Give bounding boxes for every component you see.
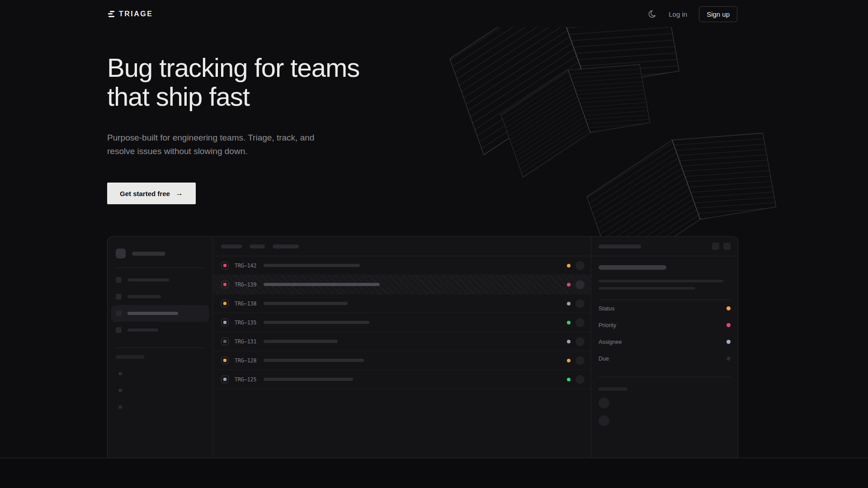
issue-title-skeleton (264, 321, 369, 324)
assignee-avatar (576, 318, 585, 327)
comment-avatar-skeleton (599, 415, 609, 426)
issue-row-meta (567, 280, 585, 289)
issue-title-skeleton (264, 378, 353, 381)
hero-title-line1: Bug tracking for teams (107, 53, 359, 82)
comment-avatar-skeleton (599, 398, 609, 408)
sidebar-section-skeleton (116, 355, 145, 359)
issue-id: TRG–139 (235, 282, 264, 288)
issue-title-skeleton (264, 359, 364, 362)
issue-id: TRG–138 (235, 300, 264, 307)
brand-logo[interactable]: TRIAGE (107, 10, 153, 18)
issue-type-icon (221, 281, 229, 288)
sidebar-item-skeleton (111, 322, 209, 338)
issue-list-header (213, 237, 591, 256)
moon-icon (647, 9, 656, 19)
field-value-dot (726, 323, 731, 327)
issue-title-skeleton (264, 302, 348, 305)
sidebar-item-skeleton (111, 288, 209, 305)
sidebar-item-icon (116, 327, 122, 333)
field-row: Priority (599, 317, 731, 333)
issue-row-meta (567, 356, 585, 365)
app-mockup: TRG–142 TRG–139 TRG–138 (107, 236, 738, 458)
sidebar-dot-skeleton (118, 389, 122, 392)
assignee-avatar (576, 375, 585, 384)
sidebar-item-label-skeleton (127, 312, 178, 315)
hero-subtitle: Purpose-built for engineering teams. Tri… (107, 131, 314, 158)
panel-divider (599, 377, 731, 377)
hero-subtitle-line1: Purpose-built for engineering teams. Tri… (107, 131, 314, 145)
list-tab-skeleton (221, 244, 242, 249)
detail-panel: Status Priority Assignee Due (591, 237, 738, 458)
login-link[interactable]: Log in (669, 10, 687, 18)
status-dot (567, 340, 571, 343)
issue-type-icon (221, 375, 229, 383)
issue-title-skeleton (264, 340, 338, 343)
issue-type-icon (221, 357, 229, 364)
field-value-dot (726, 357, 731, 361)
assignee-avatar (576, 356, 585, 365)
get-started-label: Get started free (120, 190, 170, 197)
panel-title-skeleton (599, 244, 641, 249)
workspace-name-skeleton (132, 252, 165, 256)
panel-header-buttons (712, 243, 731, 250)
assignee-avatar (576, 299, 585, 308)
issue-row: TRG–131 (213, 332, 591, 351)
get-started-button[interactable]: Get started free → (107, 183, 196, 204)
issue-title-skeleton (264, 283, 380, 286)
issue-row: TRG–128 (213, 351, 591, 370)
signup-button[interactable]: Sign up (699, 6, 737, 22)
issue-id: TRG–128 (235, 357, 264, 364)
issue-id: TRG–131 (235, 338, 264, 345)
sidebar-item-icon (116, 310, 122, 316)
issue-id: TRG–142 (235, 263, 264, 269)
status-dot (567, 302, 571, 305)
issue-list: TRG–142 TRG–139 TRG–138 (213, 237, 591, 458)
field-value-dot (726, 306, 731, 310)
activity-label-skeleton (599, 387, 627, 391)
workspace-row (116, 249, 204, 258)
hero-title-line2: that ship fast (107, 82, 359, 111)
hero-subtitle-line2: resolve issues without slowing down. (107, 145, 314, 158)
issue-row: TRG–139 (213, 275, 591, 294)
issue-row: TRG–135 (213, 313, 591, 332)
status-dot (567, 359, 571, 362)
issue-row-meta (567, 337, 585, 346)
field-value-dot (726, 340, 731, 344)
field-label: Priority (599, 322, 616, 328)
footer-band (0, 458, 868, 488)
field-label: Due (599, 356, 609, 362)
issue-type-icon (221, 319, 229, 326)
list-tab-skeleton (250, 244, 265, 249)
sidebar-dot-skeleton (118, 405, 122, 409)
issue-type-icon (221, 300, 229, 307)
detail-panel-body: Status Priority Assignee Due (591, 256, 738, 426)
issue-row: TRG–142 (213, 256, 591, 275)
issue-row: TRG–125 (213, 370, 591, 389)
assignee-avatar (576, 337, 585, 346)
issue-row-meta (567, 299, 585, 308)
sidebar-item-label-skeleton (127, 328, 158, 332)
sidebar-divider (115, 347, 205, 348)
sidebar-item-skeleton-active (111, 305, 209, 322)
triage-logo-icon (107, 11, 114, 18)
top-nav: TRIAGE Log in Sign up (107, 0, 737, 28)
sidebar-dot-skeleton (118, 372, 122, 375)
list-tab-skeleton (273, 244, 299, 249)
wireframe-decoration (434, 27, 868, 239)
issue-row: TRG–138 (213, 294, 591, 313)
workspace-icon (116, 249, 126, 258)
field-row: Assignee (599, 333, 731, 350)
sidebar-item-label-skeleton (127, 278, 169, 282)
theme-toggle-button[interactable] (647, 9, 657, 19)
field-label: Assignee (599, 339, 622, 345)
status-dot (567, 321, 571, 324)
sidebar-item-icon (116, 294, 122, 300)
detail-panel-header (591, 237, 738, 256)
mockup-sidebar (108, 237, 213, 458)
assignee-avatar (576, 280, 585, 289)
field-row: Due (599, 350, 731, 367)
sidebar-item-skeleton (111, 272, 209, 288)
issue-type-icon (221, 338, 229, 345)
nav-actions: Log in Sign up (647, 6, 737, 22)
issue-type-icon (221, 262, 229, 269)
